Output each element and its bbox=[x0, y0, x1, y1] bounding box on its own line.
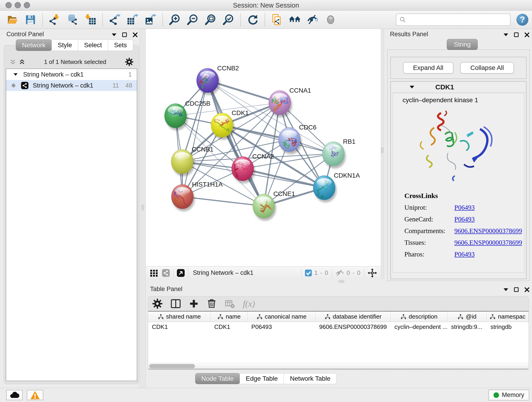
table-cell[interactable]: CDK1 bbox=[210, 323, 248, 331]
warnings-button[interactable] bbox=[27, 390, 43, 400]
collapse-all-button[interactable]: Collapse All bbox=[460, 62, 514, 74]
scrollbar-thumb[interactable] bbox=[149, 364, 195, 368]
birdseye-view-icon[interactable] bbox=[177, 269, 185, 277]
node-CCNE1[interactable] bbox=[253, 194, 276, 221]
settings-gear-icon[interactable] bbox=[152, 298, 163, 309]
network-collection-row[interactable]: String Network – cdk1 1 bbox=[6, 69, 137, 80]
tab-network-table[interactable]: Network Table bbox=[284, 373, 336, 384]
column-header-database-identifier[interactable]: database identifier bbox=[316, 312, 391, 322]
column-header-canonical-name[interactable]: canonical name bbox=[248, 312, 316, 322]
results-panel-collapse-icon[interactable] bbox=[503, 33, 509, 37]
trash-icon[interactable] bbox=[207, 299, 217, 309]
control-panel-collapse-icon[interactable] bbox=[111, 33, 117, 37]
node-CDK1[interactable] bbox=[211, 113, 234, 140]
column-header-shared-name[interactable]: shared name bbox=[148, 312, 210, 322]
bottom-splitter-handle[interactable] bbox=[338, 280, 344, 283]
help-button[interactable]: ? bbox=[516, 14, 528, 26]
import-database-icon[interactable] bbox=[66, 13, 79, 27]
node-CCNA2[interactable] bbox=[232, 157, 255, 183]
tab-string[interactable]: String bbox=[447, 39, 478, 50]
zoom-in-icon[interactable] bbox=[168, 13, 181, 27]
tab-network[interactable]: Network bbox=[16, 39, 52, 51]
node-CDC6[interactable] bbox=[278, 128, 302, 154]
crosslink-value[interactable]: P06493 bbox=[454, 250, 475, 258]
export-image-icon[interactable] bbox=[144, 13, 157, 27]
table-row[interactable]: CDK1CDK1P064939606.ENSP00000378699cyclin… bbox=[148, 322, 529, 332]
column-header-description[interactable]: description bbox=[391, 312, 447, 322]
table-panel-float-icon[interactable] bbox=[514, 287, 519, 293]
table-cell[interactable]: CDK1 bbox=[148, 323, 210, 331]
grid-view-icon[interactable] bbox=[150, 269, 158, 277]
fit-selected-crosshair-icon[interactable] bbox=[367, 268, 377, 278]
tab-node-table[interactable]: Node Table bbox=[195, 373, 240, 384]
import-table-icon[interactable] bbox=[84, 13, 97, 27]
refresh-icon[interactable] bbox=[246, 13, 259, 27]
control-panel-float-icon[interactable] bbox=[122, 32, 127, 38]
add-icon[interactable] bbox=[189, 299, 199, 309]
table-panel-collapse-icon[interactable] bbox=[503, 288, 509, 292]
open-session-icon[interactable] bbox=[6, 13, 19, 27]
table-cell[interactable]: P06493 bbox=[248, 323, 316, 331]
table-panel-close-icon[interactable] bbox=[524, 287, 530, 293]
control-panel-close-icon[interactable] bbox=[133, 32, 138, 38]
left-splitter-handle[interactable] bbox=[141, 204, 144, 211]
zoom-out-icon[interactable] bbox=[186, 13, 199, 27]
crosslink-value[interactable]: 9606.ENSP00000378699 bbox=[454, 239, 522, 246]
entry-expander-icon[interactable] bbox=[409, 85, 415, 89]
right-splitter-handle[interactable] bbox=[381, 147, 384, 153]
collapse-all-icon[interactable] bbox=[9, 59, 16, 65]
tab-style[interactable]: Style bbox=[51, 39, 78, 51]
node-RB1[interactable] bbox=[322, 142, 346, 168]
export-table-icon[interactable] bbox=[126, 13, 139, 27]
expand-all-button[interactable]: Expand All bbox=[403, 62, 453, 74]
show-all-icon[interactable] bbox=[324, 13, 337, 27]
tab-edge-table[interactable]: Edge Table bbox=[240, 373, 284, 384]
collection-expander-icon[interactable] bbox=[13, 73, 18, 76]
selected-checkbox-icon[interactable] bbox=[305, 269, 312, 277]
columns-icon[interactable] bbox=[171, 298, 181, 309]
crosslink-value[interactable]: P06493 bbox=[454, 216, 475, 223]
results-panel-close-icon[interactable] bbox=[524, 32, 530, 38]
cloud-status-button[interactable] bbox=[6, 390, 23, 400]
tab-select[interactable]: Select bbox=[78, 39, 108, 51]
node-CDC25B[interactable] bbox=[165, 104, 188, 130]
expand-all-icon[interactable] bbox=[19, 59, 25, 65]
right-splitter[interactable] bbox=[381, 29, 384, 279]
column-header--id[interactable]: @id bbox=[447, 312, 487, 322]
crosslink-label: GeneCard: bbox=[404, 216, 454, 223]
network-options-gear-icon[interactable] bbox=[125, 57, 133, 66]
results-panel-float-icon[interactable] bbox=[514, 32, 519, 38]
zoom-fit-icon[interactable] bbox=[204, 13, 217, 27]
table-cell[interactable]: stringdb:9... bbox=[447, 323, 487, 331]
column-header-namespac[interactable]: namespac bbox=[487, 312, 529, 322]
export-network-icon[interactable] bbox=[108, 13, 121, 27]
zoom-selected-icon[interactable] bbox=[222, 13, 235, 27]
network-row[interactable]: String Network – cdk1 11 48 bbox=[6, 80, 137, 91]
save-session-icon[interactable] bbox=[24, 13, 37, 27]
home-networks-icon[interactable] bbox=[288, 13, 301, 27]
table-cell[interactable]: stringdb bbox=[487, 323, 529, 331]
results-entry-header[interactable]: CDK1 bbox=[391, 82, 526, 93]
hide-selected-icon[interactable] bbox=[306, 13, 319, 27]
function-icon[interactable]: f(x) bbox=[243, 299, 255, 309]
tab-sets[interactable]: Sets bbox=[108, 39, 133, 51]
memory-button[interactable]: Memory bbox=[488, 390, 529, 400]
node-CCNB2[interactable] bbox=[196, 68, 220, 95]
node-CCNA1[interactable] bbox=[269, 90, 292, 117]
hidden-eye-icon[interactable] bbox=[335, 269, 344, 277]
open-doc-network-icon[interactable] bbox=[271, 13, 283, 27]
search-input[interactable] bbox=[396, 13, 510, 26]
table-cell[interactable]: 9606.ENSP00000378699 bbox=[316, 323, 391, 331]
table-horizontal-scrollbar[interactable] bbox=[148, 363, 529, 369]
network-share-icon[interactable] bbox=[162, 269, 170, 277]
import-network-icon[interactable] bbox=[48, 13, 61, 27]
network-view[interactable]: CCNB2CCNA1CDC25BCDK1CDC6RB1CCNB1CCNA2CDK… bbox=[146, 29, 381, 266]
node-CDKN1A[interactable] bbox=[313, 176, 336, 202]
search-icon bbox=[399, 16, 406, 23]
column-header-name[interactable]: name bbox=[210, 312, 248, 322]
clear-table-icon[interactable] bbox=[225, 299, 235, 308]
table-cell[interactable]: cyclin–dependent ... bbox=[391, 323, 447, 331]
memory-status-dot bbox=[494, 392, 499, 398]
crosslink-value[interactable]: 9606.ENSP00000378699 bbox=[454, 227, 522, 235]
crosslink-value[interactable]: P06493 bbox=[454, 204, 475, 211]
